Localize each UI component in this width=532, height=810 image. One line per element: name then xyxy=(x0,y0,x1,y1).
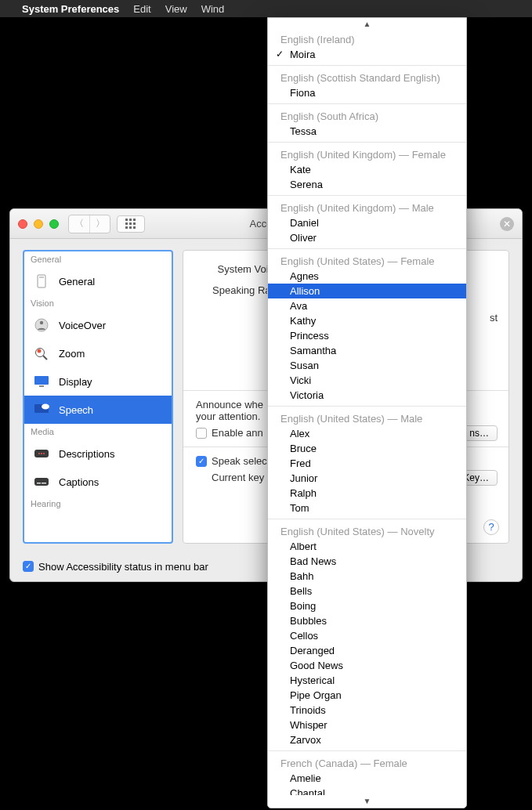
svg-point-15 xyxy=(38,349,42,353)
sidebar-item-captions[interactable]: Captions xyxy=(24,468,172,496)
voice-option[interactable]: Victoria xyxy=(268,388,466,403)
sidebar-item-zoom[interactable]: Zoom xyxy=(24,339,172,367)
general-icon xyxy=(32,273,51,289)
voice-name: Moira xyxy=(290,49,316,60)
voice-name: Pipe Organ xyxy=(290,689,342,701)
scroll-down-arrow-icon[interactable]: ▼ xyxy=(268,795,466,808)
sidebar-item-speech[interactable]: Speech xyxy=(24,396,172,424)
voice-option[interactable]: Vicki xyxy=(268,373,466,388)
voice-option[interactable]: Boing xyxy=(268,598,466,613)
voice-option[interactable]: Amelie xyxy=(268,771,466,786)
show-all-button[interactable] xyxy=(117,215,145,233)
voice-option[interactable]: Tom xyxy=(268,501,466,515)
scroll-up-arrow-icon[interactable]: ▲ xyxy=(268,18,466,31)
voice-option[interactable]: Allison xyxy=(268,284,466,298)
forward-button[interactable]: 〉 xyxy=(89,215,110,233)
sidebar-item-descriptions[interactable]: Descriptions xyxy=(24,439,172,468)
announce-text-line2: your attention. xyxy=(196,410,260,422)
voice-name: Fred xyxy=(290,457,311,469)
zoom-window-button[interactable] xyxy=(49,219,59,229)
voice-option[interactable]: Samantha xyxy=(268,343,466,358)
voice-option[interactable]: Cellos xyxy=(268,628,466,643)
voiceover-icon xyxy=(32,317,51,333)
voice-option[interactable]: Alex xyxy=(268,426,466,441)
voice-name: Bells xyxy=(290,585,312,597)
voice-option[interactable]: Ralph xyxy=(268,486,466,501)
svg-rect-3 xyxy=(125,222,128,225)
sidebar-item-label: VoiceOver xyxy=(59,320,106,331)
voice-name: Hysterical xyxy=(290,674,335,686)
voice-option[interactable]: Tessa xyxy=(268,124,466,139)
voice-option[interactable]: Bad News xyxy=(268,554,466,569)
enable-announcements-checkbox[interactable] xyxy=(196,428,207,439)
help-button[interactable]: ? xyxy=(483,519,499,535)
voice-option[interactable]: Kathy xyxy=(268,313,466,328)
svg-rect-16 xyxy=(34,376,49,385)
svg-rect-5 xyxy=(133,222,136,225)
voice-option[interactable]: Daniel xyxy=(268,215,466,230)
voice-option[interactable]: Susan xyxy=(268,358,466,373)
voice-option[interactable]: Hysterical xyxy=(268,673,466,688)
voice-option[interactable]: Kate xyxy=(268,162,466,177)
popup-separator xyxy=(268,406,466,407)
voice-option[interactable]: Agnes xyxy=(268,269,466,284)
zoom-icon xyxy=(32,345,51,361)
voice-name: Agnes xyxy=(290,270,319,282)
back-button[interactable]: 〈 xyxy=(69,215,89,233)
voice-option[interactable]: Bubbles xyxy=(268,613,466,628)
popup-separator xyxy=(268,750,466,751)
voice-name: Tessa xyxy=(290,125,317,137)
voice-option[interactable]: Good News xyxy=(268,658,466,673)
voice-option[interactable]: Albert xyxy=(268,539,466,554)
sidebar-item-label: Captions xyxy=(59,476,99,488)
enable-announcements-label: Enable ann xyxy=(212,427,263,439)
svg-rect-1 xyxy=(129,219,132,221)
speak-selected-text-checkbox[interactable] xyxy=(196,456,207,467)
voice-group-title: English (Ireland) xyxy=(268,31,466,47)
svg-line-14 xyxy=(43,356,47,360)
voice-option[interactable]: Bells xyxy=(268,584,466,598)
sidebar-item-voiceover[interactable]: VoiceOver xyxy=(24,311,172,339)
voice-option[interactable]: Oliver xyxy=(268,230,466,245)
voice-name: Trinoids xyxy=(290,704,326,716)
voice-group-title: English (United States) — Female xyxy=(268,252,466,269)
voice-option[interactable]: Bruce xyxy=(268,441,466,456)
voice-option[interactable]: Fiona xyxy=(268,85,466,100)
svg-rect-6 xyxy=(125,226,128,229)
minimize-window-button[interactable] xyxy=(34,219,43,229)
voice-option[interactable]: Fred xyxy=(268,456,466,471)
voice-option[interactable]: Pipe Organ xyxy=(268,688,466,703)
voice-option[interactable]: Ava xyxy=(268,298,466,313)
voice-option[interactable]: Bahh xyxy=(268,569,466,584)
menubar-app-name[interactable]: System Preferences xyxy=(22,3,119,15)
close-window-button[interactable] xyxy=(18,219,27,229)
voice-option[interactable]: Trinoids xyxy=(268,703,466,718)
sidebar-item-general[interactable]: General xyxy=(24,267,172,295)
show-status-checkbox[interactable] xyxy=(23,561,34,572)
accessibility-sidebar[interactable]: General General Vision VoiceOver Zoom Di… xyxy=(23,250,173,544)
svg-rect-25 xyxy=(37,483,41,484)
voice-option[interactable]: Zarvox xyxy=(268,732,466,747)
voice-name: Susan xyxy=(290,360,319,371)
system-voice-dropdown[interactable]: ▲ English (Ireland)✓MoiraEnglish (Scotti… xyxy=(267,17,467,808)
svg-rect-0 xyxy=(125,219,128,221)
voice-option[interactable]: Serena xyxy=(268,177,466,192)
sidebar-item-label: Zoom xyxy=(59,348,85,360)
voice-option[interactable]: Junior xyxy=(268,471,466,486)
voice-option[interactable]: Princess xyxy=(268,328,466,343)
menubar-item-view[interactable]: View xyxy=(165,3,187,15)
voice-name: Kathy xyxy=(290,315,316,327)
voice-option[interactable]: ✓Moira xyxy=(268,47,466,62)
menubar-item-edit[interactable]: Edit xyxy=(133,3,150,15)
voice-group-title: English (South Africa) xyxy=(268,107,466,124)
clear-search-button[interactable]: ✕ xyxy=(500,217,514,231)
voice-name: Bad News xyxy=(290,555,336,567)
voice-option[interactable]: Deranged xyxy=(268,643,466,658)
speak-selected-text-label: Speak selec xyxy=(212,455,267,467)
voice-option[interactable]: Whisper xyxy=(268,718,466,732)
voice-name: Alex xyxy=(290,428,309,439)
sidebar-item-display[interactable]: Display xyxy=(24,367,172,396)
descriptions-icon xyxy=(32,446,51,461)
svg-rect-7 xyxy=(129,226,132,229)
menubar-item-window[interactable]: Wind xyxy=(201,3,225,15)
